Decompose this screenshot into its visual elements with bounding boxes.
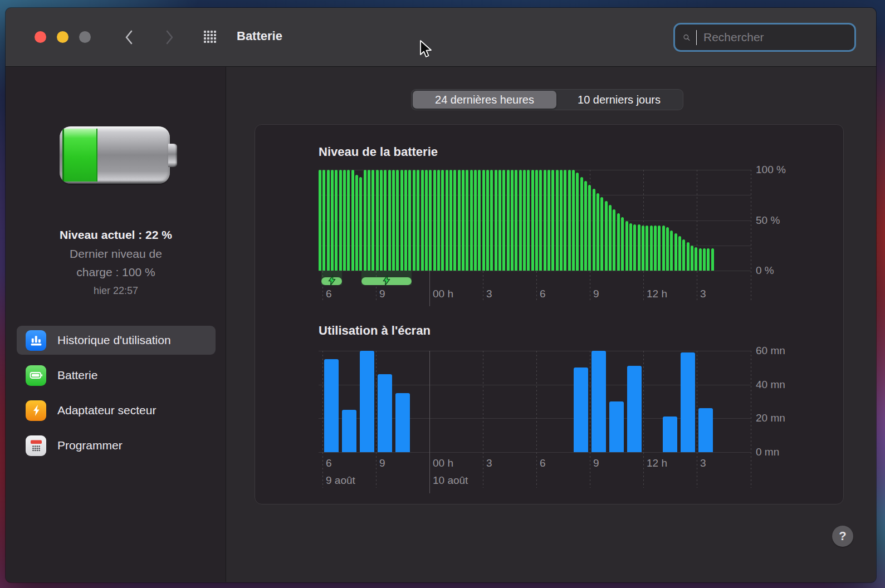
battery-bar [670,231,673,271]
battery-bar [437,170,440,271]
x-tick-label: 00 h [433,457,453,469]
search-field[interactable] [673,23,856,52]
x-tick-label: 6 [540,288,546,300]
usage-bar [574,367,588,452]
main-area: 24 dernières heures 10 derniers jours Ni… [226,67,876,582]
battery-bar [572,170,575,271]
battery-bar [482,170,485,271]
x-tick-label: 3 [486,457,492,469]
battery-bar [371,170,374,271]
usage-bar [609,401,624,452]
history-panel: Niveau de la batterie Utilisation à l'éc… [255,124,844,504]
window-content: Niveau actuel : 22 % Dernier niveau de c… [6,67,876,582]
battery-bar [654,226,657,271]
x-tick-label: 9 [593,288,599,300]
tick-line [483,351,483,488]
battery-bar [678,236,681,271]
tick-line [697,170,697,302]
battery-bar [404,170,407,271]
x-tick-label: 3 [700,288,706,300]
help-button[interactable]: ? [832,526,853,547]
titlebar: Batterie [6,8,876,67]
sidebar-item-label: Adaptateur secteur [57,404,156,417]
battery-bar [466,170,468,271]
tick-line [322,351,323,488]
tick-line [590,351,590,488]
usage-bar [698,408,713,452]
screen-usage-chart-title: Utilisation à l'écran [319,324,431,338]
usage-bar [627,366,642,452]
search-input[interactable] [697,31,854,44]
battery-bar [322,170,325,271]
sidebar-item-schedule[interactable]: Programmer [17,431,216,460]
battery-bar [380,170,383,271]
battery-bar [650,226,653,271]
sidebar-item-power-adapter[interactable]: Adaptateur secteur [17,396,216,425]
back-button[interactable] [121,29,138,46]
show-all-grid-icon[interactable] [204,31,217,43]
battery-bar [446,170,448,271]
x-tick-label: 9 [379,457,385,469]
grid-line-h [319,220,751,221]
close-button[interactable] [35,31,46,43]
charging-period-pill [361,277,412,285]
battery-bar [417,170,419,271]
battery-bar [662,226,665,271]
battery-bar [596,193,599,271]
battery-bar [449,170,452,271]
usage-bar [324,359,339,452]
forward-button[interactable] [161,29,178,46]
battery-bar [621,217,624,271]
usage-bar [342,410,356,452]
y-tick-label: 100 % [756,164,786,176]
battery-bar [638,224,640,271]
battery-bar [588,185,591,271]
chevron-left-icon [123,29,135,46]
battery-bar [666,227,669,271]
tick-line [697,351,697,488]
minimize-button[interactable] [57,31,69,43]
battery-bar [519,170,522,271]
x-tick-label: 12 h [647,457,667,469]
sidebar-item-usage-history[interactable]: Historique d'utilisation [17,326,216,355]
time-range-segmented-control: 24 dernières heures 10 derniers jours [411,89,683,110]
tick-line [429,351,430,493]
battery-bar [376,170,379,271]
charging-bolt-icon [328,275,336,286]
x-tick-label: 9 [593,457,599,469]
sidebar-item-battery[interactable]: Batterie [17,361,216,390]
charging-period-pill [321,277,342,285]
battery-bar [429,170,432,271]
x-tick-label: 3 [486,288,492,300]
battery-icon [26,365,46,386]
tab-last-10-days[interactable]: 10 derniers jours [556,91,682,109]
grid-line-h [319,170,751,170]
battery-bar [535,170,538,271]
battery-bar [490,170,493,271]
x-tick-label: 3 [700,457,706,469]
page-title: Batterie [237,29,282,43]
battery-bar [462,170,464,271]
battery-illustration-charge [64,129,97,182]
battery-bar [605,201,608,271]
battery-bar [319,170,321,271]
battery-bar [658,226,661,271]
tab-last-24-hours[interactable]: 24 dernières heures [413,91,556,109]
battery-bar [486,170,489,271]
battery-bar [642,226,644,271]
battery-bar [453,170,456,271]
tick-line [536,351,537,488]
current-level-text: Niveau actuel : 22 % [6,226,226,244]
battery-bar [359,177,362,271]
battery-bar [327,170,330,271]
battery-bar [613,209,615,271]
battery-bar [347,170,350,271]
battery-illustration [60,126,170,184]
battery-bar [507,170,510,271]
x-tick-label: 6 [326,457,332,469]
zoom-button[interactable] [79,31,91,43]
date-label: 9 août [326,474,355,487]
tick-line [376,351,377,488]
schedule-icon [26,435,46,456]
battery-bar [617,213,620,271]
